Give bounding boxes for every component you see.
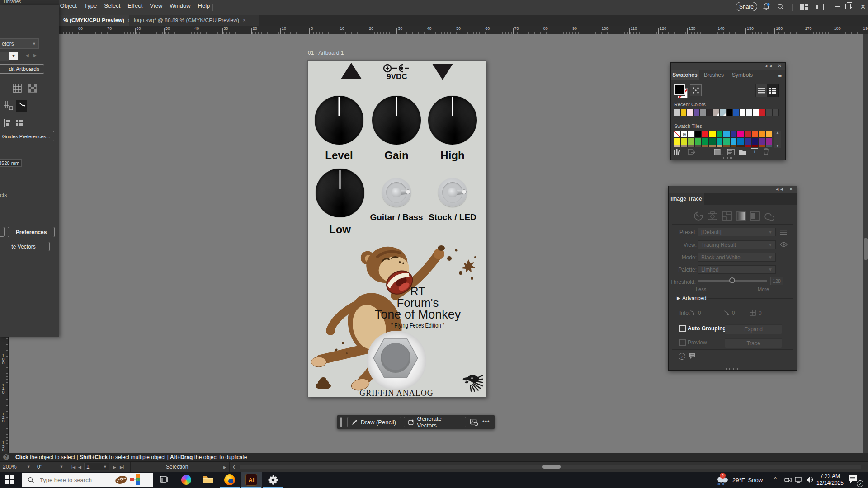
recent-color-swatch[interactable]	[746, 109, 753, 116]
volume-icon[interactable]	[806, 476, 814, 483]
palette-dropdown[interactable]: Limited▼	[698, 265, 776, 274]
swatch-tile[interactable]	[758, 138, 765, 145]
recent-color-swatch[interactable]	[720, 109, 726, 116]
pattern-swatch-button[interactable]	[690, 84, 702, 96]
low-knob[interactable]	[316, 169, 364, 217]
horizontal-scrollbar[interactable]	[240, 465, 861, 469]
swatch-tile[interactable]	[737, 145, 744, 147]
swatch-tile[interactable]	[688, 131, 695, 138]
tab-swatches[interactable]: Swatches	[671, 70, 699, 80]
guitar-bass-switch[interactable]	[382, 178, 411, 207]
arrange-documents-icon[interactable]	[800, 4, 808, 10]
recent-color-swatch[interactable]	[707, 109, 713, 116]
swatch-tile[interactable]	[723, 131, 730, 138]
collapse-panel-icon[interactable]: ◄◄	[764, 63, 773, 68]
swatch-tile[interactable]	[723, 138, 730, 145]
recent-color-swatch[interactable]	[693, 109, 700, 116]
swatch-tile[interactable]	[737, 131, 744, 138]
threshold-slider[interactable]	[698, 280, 767, 282]
transparency-grid-icon[interactable]	[28, 84, 37, 93]
swatch-tile[interactable]	[702, 145, 709, 147]
swatch-tile[interactable]	[709, 145, 716, 147]
swatch-tile[interactable]	[709, 138, 716, 145]
expand-button[interactable]: Expand	[725, 324, 782, 334]
swatch-tile[interactable]	[758, 131, 765, 138]
meet-now-icon[interactable]	[784, 477, 792, 483]
swatch-libraries-icon[interactable]	[674, 149, 682, 155]
recent-color-swatch[interactable]	[753, 109, 760, 116]
recent-color-swatch[interactable]	[674, 109, 680, 116]
grid-view-button[interactable]	[767, 84, 779, 97]
swatch-tile[interactable]	[702, 131, 709, 138]
swatch-tile[interactable]	[751, 138, 759, 145]
zoom-level-dropdown[interactable]: 200%▼	[3, 464, 31, 470]
preferences-button[interactable]: Preferences	[8, 227, 55, 237]
snap-to-point-button[interactable]	[16, 100, 27, 112]
feedback-bubble-icon[interactable]	[689, 353, 696, 359]
taskbar-search-box[interactable]	[22, 473, 153, 487]
grid-icon[interactable]	[13, 84, 22, 93]
add-to-library-icon[interactable]	[688, 149, 695, 155]
high-knob[interactable]	[428, 96, 477, 145]
swatch-tile[interactable]	[765, 131, 773, 138]
preset-menu-icon[interactable]	[780, 230, 787, 235]
firefox-button[interactable]	[219, 472, 241, 488]
new-color-group-icon[interactable]	[739, 149, 747, 155]
swatch-tile[interactable]	[716, 145, 723, 147]
share-button[interactable]: Share	[736, 2, 757, 11]
tab-document-2[interactable]: logo.svg* @ 88.89 % (CMYK/CPU Preview) ×	[129, 15, 259, 26]
outline-preset-icon[interactable]	[764, 211, 774, 221]
swatch-tile[interactable]	[681, 145, 688, 147]
collapse-panel-icon[interactable]: ◄◄	[775, 187, 784, 192]
panel-resize-handle[interactable]	[726, 368, 738, 370]
menu-type[interactable]: Type	[84, 2, 97, 9]
search-icon[interactable]	[777, 3, 784, 10]
menu-window[interactable]: Window	[170, 2, 190, 9]
recent-color-swatch[interactable]	[740, 109, 746, 116]
menu-object[interactable]: Object	[60, 2, 77, 9]
settings-button[interactable]	[262, 472, 284, 488]
swatch-tile[interactable]	[751, 131, 759, 138]
artboard-number-field[interactable]: 1 ▼	[84, 463, 109, 470]
swatch-tile[interactable]	[737, 138, 744, 145]
drag-handle[interactable]	[340, 417, 342, 427]
swatch-tile[interactable]	[709, 131, 716, 138]
swatch-tile[interactable]	[765, 145, 773, 147]
threshold-value-field[interactable]: 128	[770, 277, 783, 285]
next-artboard-icon[interactable]: ▶	[113, 465, 116, 469]
clock-widget[interactable]: 7:23 AM 12/14/2025	[816, 473, 844, 487]
recent-color-swatch[interactable]	[733, 109, 740, 116]
tab-close-icon[interactable]: ×	[243, 17, 246, 23]
swatch-tile[interactable]	[744, 145, 751, 147]
copilot-button[interactable]	[175, 472, 197, 488]
weather-widget[interactable]: ❄❄ 2 29°F Snow	[716, 472, 765, 488]
advanced-label[interactable]: Advanced	[682, 295, 706, 301]
align-left-icon[interactable]	[3, 118, 12, 127]
close-button[interactable]: ✕	[858, 1, 868, 12]
menu-effect[interactable]: Effect	[127, 2, 142, 9]
more-options-icon[interactable]: •••	[482, 418, 490, 425]
low-color-preset-icon[interactable]	[722, 211, 732, 221]
advanced-disclosure-icon[interactable]: ▶	[677, 296, 680, 300]
recent-color-swatch[interactable]	[713, 109, 720, 116]
scroll-left-icon[interactable]: ❮	[232, 465, 236, 469]
preview-checkbox[interactable]	[679, 339, 686, 346]
close-panel-icon[interactable]: ✕	[789, 187, 793, 192]
swatch-tile[interactable]	[688, 145, 695, 147]
stock-led-switch[interactable]	[438, 178, 467, 207]
rotation-dropdown[interactable]: 0°▼	[37, 464, 63, 470]
swatch-tile[interactable]	[730, 131, 737, 138]
view-dropdown[interactable]: Tracing Result▼	[698, 240, 776, 249]
swatch-tile[interactable]	[751, 145, 759, 147]
swatch-options-icon[interactable]	[727, 149, 735, 155]
black-white-preset-icon[interactable]	[750, 211, 760, 221]
swatch-tile[interactable]	[744, 138, 751, 145]
show-swatch-kinds-icon[interactable]	[714, 149, 723, 155]
preset-stub[interactable]	[0, 52, 9, 61]
vertical-scrollbar-thumb[interactable]	[864, 238, 868, 260]
swatch-tile[interactable]	[681, 138, 688, 145]
menu-select[interactable]: Select	[104, 2, 120, 9]
tab-brushes[interactable]: Brushes	[701, 70, 727, 80]
snap-to-grid-icon[interactable]	[4, 101, 14, 111]
restore-button[interactable]	[845, 4, 851, 9]
